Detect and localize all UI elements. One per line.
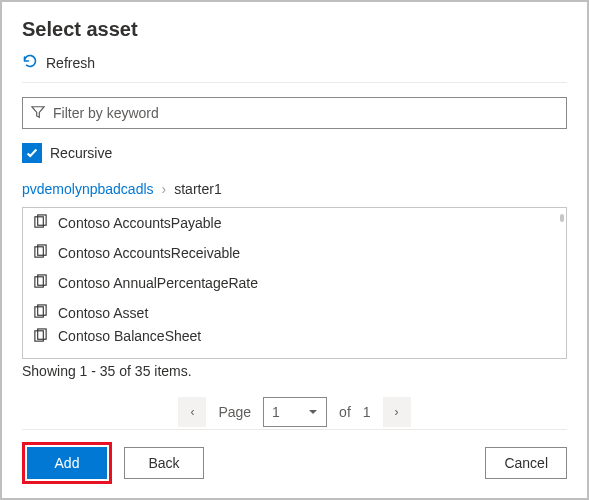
asset-name: Contoso AccountsPayable	[58, 215, 221, 231]
breadcrumb: pvdemolynpbadcadls › starter1	[22, 181, 567, 197]
asset-icon	[33, 214, 48, 232]
chevron-down-icon	[308, 404, 318, 420]
filter-input[interactable]	[53, 105, 558, 121]
asset-icon	[33, 244, 48, 262]
next-page-button[interactable]: ›	[383, 397, 411, 427]
recursive-label: Recursive	[50, 145, 112, 161]
pager: ‹ Page 1 of 1 ›	[22, 397, 567, 427]
add-button-highlight: Add	[22, 442, 112, 484]
asset-name: Contoso AnnualPercentageRate	[58, 275, 258, 291]
refresh-icon	[22, 53, 38, 72]
refresh-label: Refresh	[46, 55, 95, 71]
chevron-left-icon: ‹	[190, 405, 194, 419]
filter-input-wrapper[interactable]	[22, 97, 567, 129]
chevron-right-icon: ›	[395, 405, 399, 419]
add-button[interactable]: Add	[27, 447, 107, 479]
of-label: of	[339, 404, 351, 420]
cancel-button[interactable]: Cancel	[485, 447, 567, 479]
total-pages: 1	[363, 404, 371, 420]
page-current: 1	[272, 404, 280, 420]
breadcrumb-root-link[interactable]: pvdemolynpbadcadls	[22, 181, 154, 197]
footer: Add Back Cancel	[22, 429, 567, 484]
chevron-right-icon: ›	[162, 181, 167, 197]
refresh-button[interactable]: Refresh	[22, 53, 567, 83]
list-item[interactable]: Contoso AccountsPayable	[23, 208, 566, 238]
page-label: Page	[218, 404, 251, 420]
list-item[interactable]: Contoso AccountsReceivable	[23, 238, 566, 268]
asset-name: Contoso AccountsReceivable	[58, 245, 240, 261]
checkbox-checked-icon	[22, 143, 42, 163]
back-button[interactable]: Back	[124, 447, 204, 479]
list-item[interactable]: Contoso BalanceSheet	[23, 328, 566, 342]
asset-name: Contoso BalanceSheet	[58, 328, 201, 342]
asset-list[interactable]: Contoso AccountsPayable Contoso Accounts…	[22, 207, 567, 359]
asset-icon	[33, 274, 48, 292]
prev-page-button[interactable]: ‹	[178, 397, 206, 427]
dialog-title: Select asset	[22, 18, 567, 41]
page-select[interactable]: 1	[263, 397, 327, 427]
breadcrumb-current: starter1	[174, 181, 221, 197]
asset-icon	[33, 304, 48, 322]
list-item[interactable]: Contoso AnnualPercentageRate	[23, 268, 566, 298]
recursive-checkbox[interactable]: Recursive	[22, 143, 567, 163]
filter-icon	[31, 105, 45, 122]
asset-name: Contoso Asset	[58, 305, 148, 321]
list-summary: Showing 1 - 35 of 35 items.	[22, 363, 567, 379]
list-item[interactable]: Contoso Asset	[23, 298, 566, 328]
asset-icon	[33, 328, 48, 342]
